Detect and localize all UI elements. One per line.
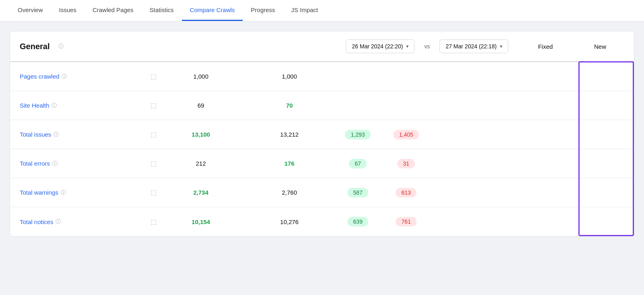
total-issues-val1: 13,100 xyxy=(157,131,245,138)
total-notices-val1: 10,154 xyxy=(157,218,245,225)
total-errors-new: 31 xyxy=(382,159,430,168)
nav-overview[interactable]: Overview xyxy=(10,0,51,21)
main-content: General ⓘ 26 Mar 2024 (22:20) ▾ vs 27 Ma… xyxy=(0,21,644,246)
row-label-total-issues: Total issues ⓘ ⬚ xyxy=(20,131,157,138)
nav-issues[interactable]: Issues xyxy=(51,0,85,21)
total-errors-fixed: 67 xyxy=(334,159,382,168)
date-2-label: 27 Mar 2024 (22:18) xyxy=(446,43,497,50)
date-1-label: 26 Mar 2024 (22:20) xyxy=(352,43,403,50)
row-label-total-errors: Total errors ⓘ ⬚ xyxy=(20,160,157,167)
table-row: Pages crawled ⓘ ⬚ 1,000 1,000 xyxy=(10,62,634,91)
total-warnings-link[interactable]: Total warnings xyxy=(20,189,58,196)
chart-icon-total-warnings[interactable]: ⬚ xyxy=(151,189,157,196)
table-row: Total issues ⓘ ⬚ 13,100 13,212 1,293 1,4… xyxy=(10,120,634,149)
date-selector-2[interactable]: 27 Mar 2024 (22:18) ▾ xyxy=(440,39,508,53)
nav-progress[interactable]: Progress xyxy=(243,0,283,21)
fixed-column-header: Fixed xyxy=(521,43,570,50)
total-issues-new-badge: 1,405 xyxy=(393,130,419,139)
total-issues-link[interactable]: Total issues xyxy=(20,131,51,138)
table-row: Site Health ⓘ ⬚ 69 70 xyxy=(10,91,634,120)
total-warnings-new: 613 xyxy=(382,188,430,197)
nav-crawled-pages[interactable]: Crawled Pages xyxy=(85,0,142,21)
total-warnings-fixed: 587 xyxy=(334,188,382,197)
total-notices-val2: 10,276 xyxy=(245,218,334,225)
vs-label: vs xyxy=(424,43,430,50)
total-errors-fixed-badge: 67 xyxy=(349,159,367,168)
comparison-table: Pages crawled ⓘ ⬚ 1,000 1,000 Site Healt… xyxy=(10,62,634,236)
table-row: Total notices ⓘ ⬚ 10,154 10,276 639 761 xyxy=(10,207,634,236)
nav-js-impact[interactable]: JS Impact xyxy=(283,0,326,21)
row-label-pages-crawled: Pages crawled ⓘ ⬚ xyxy=(20,73,157,80)
card-header: General ⓘ 26 Mar 2024 (22:20) ▾ vs 27 Ma… xyxy=(10,31,634,62)
total-notices-link[interactable]: Total notices xyxy=(20,218,53,225)
total-issues-new: 1,405 xyxy=(382,130,430,139)
info-icon-pages-crawled[interactable]: ⓘ xyxy=(62,73,67,80)
chart-icon-pages-crawled[interactable]: ⬚ xyxy=(151,73,157,80)
total-issues-fixed: 1,293 xyxy=(334,130,382,139)
row-label-total-warnings: Total warnings ⓘ ⬚ xyxy=(20,189,157,196)
table-row: Total warnings ⓘ ⬚ 2,734 2,760 587 613 xyxy=(10,178,634,207)
total-issues-val2: 13,212 xyxy=(245,131,334,138)
chevron-down-icon-1: ▾ xyxy=(406,44,409,49)
chart-icon-site-health[interactable]: ⬚ xyxy=(151,102,157,109)
pages-crawled-link[interactable]: Pages crawled xyxy=(20,73,59,80)
general-card: General ⓘ 26 Mar 2024 (22:20) ▾ vs 27 Ma… xyxy=(10,31,634,237)
total-warnings-new-badge: 613 xyxy=(396,188,416,197)
total-notices-new: 761 xyxy=(382,217,430,226)
total-warnings-val2: 2,760 xyxy=(245,189,334,196)
table-row: Total errors ⓘ ⬚ 212 176 67 31 xyxy=(10,149,634,178)
info-icon-total-issues[interactable]: ⓘ xyxy=(54,131,59,138)
date-selector-1[interactable]: 26 Mar 2024 (22:20) ▾ xyxy=(346,39,415,53)
site-health-val1: 69 xyxy=(157,102,245,109)
new-column-header: New xyxy=(576,43,624,50)
pages-crawled-val1: 1,000 xyxy=(157,73,245,80)
chart-icon-total-notices[interactable]: ⬚ xyxy=(151,218,157,226)
total-notices-new-badge: 761 xyxy=(396,217,416,226)
total-notices-fixed-badge: 639 xyxy=(347,217,368,226)
nav-compare-crawls[interactable]: Compare Crawls xyxy=(182,0,243,21)
nav-statistics[interactable]: Statistics xyxy=(142,0,182,21)
info-icon[interactable]: ⓘ xyxy=(58,43,64,50)
total-issues-fixed-badge: 1,293 xyxy=(345,130,370,139)
total-notices-fixed: 639 xyxy=(334,217,382,226)
chart-icon-total-errors[interactable]: ⬚ xyxy=(151,160,157,167)
total-errors-new-badge: 31 xyxy=(397,159,415,168)
total-errors-val1: 212 xyxy=(157,160,245,167)
info-icon-total-warnings[interactable]: ⓘ xyxy=(61,189,66,196)
pages-crawled-val2: 1,000 xyxy=(245,73,334,80)
row-label-total-notices: Total notices ⓘ ⬚ xyxy=(20,218,157,226)
site-health-link[interactable]: Site Health xyxy=(20,102,49,109)
top-navigation: Overview Issues Crawled Pages Statistics… xyxy=(0,0,644,21)
total-errors-val2: 176 xyxy=(245,160,334,167)
card-title: General xyxy=(20,42,50,51)
info-icon-total-notices[interactable]: ⓘ xyxy=(56,218,61,225)
info-icon-site-health[interactable]: ⓘ xyxy=(52,102,57,109)
info-icon-total-errors[interactable]: ⓘ xyxy=(52,160,58,167)
total-warnings-val1: 2,734 xyxy=(157,189,245,196)
total-warnings-fixed-badge: 587 xyxy=(347,188,368,197)
site-health-val2: 70 xyxy=(245,102,334,109)
chart-icon-total-issues[interactable]: ⬚ xyxy=(151,131,157,138)
chevron-down-icon-2: ▾ xyxy=(500,44,502,49)
total-errors-link[interactable]: Total errors xyxy=(20,160,50,167)
row-label-site-health: Site Health ⓘ ⬚ xyxy=(20,102,157,109)
